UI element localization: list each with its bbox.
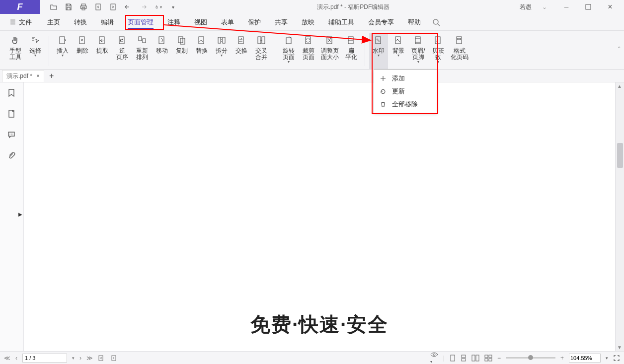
- view-single-icon[interactable]: [450, 355, 456, 362]
- page-prev-icon[interactable]: [94, 3, 102, 11]
- document-tab[interactable]: 演示.pdf * ×: [2, 70, 44, 82]
- chevron-down-icon: ▾: [378, 53, 380, 58]
- extract-button[interactable]: 提取: [93, 33, 112, 69]
- save-icon[interactable]: [65, 3, 73, 11]
- bookmark-icon[interactable]: [7, 88, 17, 98]
- vertical-scrollbar[interactable]: ▲ ▼: [615, 82, 624, 351]
- crop-button[interactable]: 裁剪 页面: [299, 33, 318, 69]
- last-page-button[interactable]: ≫: [86, 355, 93, 362]
- redo-icon[interactable]: [139, 3, 147, 11]
- next-page-button[interactable]: ›: [79, 355, 81, 362]
- sidepanel-expand-icon[interactable]: ▶: [18, 212, 22, 217]
- rearrange-button[interactable]: 重新 排列: [133, 33, 152, 69]
- watermark-button[interactable]: 水印▾: [369, 33, 388, 69]
- status-bar: ≪ ‹ ▾ › ≫ ▾ | − + ▾: [0, 351, 624, 364]
- touch-icon[interactable]: ▾: [154, 3, 162, 11]
- svg-rect-39: [99, 356, 103, 361]
- close-tab-icon[interactable]: ×: [36, 73, 40, 79]
- page-input[interactable]: [22, 354, 67, 363]
- view-facing-continuous-icon[interactable]: [484, 355, 492, 362]
- file-menu[interactable]: ☰ 文件: [4, 18, 38, 27]
- print-icon[interactable]: [79, 3, 87, 11]
- split-button[interactable]: 拆分▾: [212, 33, 231, 69]
- user-name[interactable]: 若愚: [520, 3, 532, 11]
- close-button[interactable]: ×: [601, 1, 619, 13]
- zoom-dropdown-icon[interactable]: ▾: [606, 356, 608, 361]
- page-dropdown-icon[interactable]: ▾: [72, 356, 75, 361]
- view-reading-icon[interactable]: ▾: [430, 352, 438, 364]
- merge-icon: [256, 35, 267, 46]
- insert-button[interactable]: 插入▾: [53, 33, 72, 69]
- add-tab-button[interactable]: +: [44, 72, 59, 80]
- search-icon[interactable]: [432, 18, 441, 27]
- background-icon: [393, 35, 404, 46]
- menu-view[interactable]: 视图: [187, 14, 214, 31]
- menu-page-management[interactable]: 页面管理: [121, 14, 160, 31]
- crop-icon: [303, 35, 314, 46]
- fullscreen-icon[interactable]: [613, 355, 620, 362]
- swap-button[interactable]: 交换: [232, 33, 251, 69]
- document-canvas[interactable]: 免费·快速·安全: [24, 82, 615, 351]
- reverse-button[interactable]: 逆 页序: [113, 33, 132, 69]
- svg-rect-42: [451, 355, 455, 361]
- resize-button[interactable]: 调整页 面大小: [319, 33, 341, 69]
- scroll-up-icon[interactable]: ▲: [617, 83, 622, 89]
- maximize-button[interactable]: [579, 1, 597, 13]
- open-icon[interactable]: [50, 3, 58, 11]
- attachment-icon[interactable]: [7, 151, 17, 161]
- menu-protect[interactable]: 保护: [241, 14, 268, 31]
- delete-button[interactable]: 删除: [73, 33, 92, 69]
- svg-point-6: [433, 19, 438, 24]
- nav-back-icon[interactable]: [98, 355, 105, 362]
- user-dropdown-icon[interactable]: ⌵: [536, 1, 553, 13]
- menu-slideshow[interactable]: 放映: [295, 14, 321, 31]
- move-button[interactable]: 移动: [153, 33, 171, 69]
- svg-rect-45: [472, 355, 475, 361]
- scroll-thumb[interactable]: [617, 143, 623, 168]
- prev-page-button[interactable]: ‹: [15, 355, 17, 362]
- menu-vip[interactable]: 会员专享: [361, 14, 401, 31]
- first-page-button[interactable]: ≪: [4, 355, 10, 362]
- menu-convert[interactable]: 转换: [67, 14, 94, 31]
- hand-tool-button[interactable]: 手型 工具: [6, 33, 25, 69]
- menu-share[interactable]: 共享: [268, 14, 295, 31]
- bates-button[interactable]: #贝茨 数▾: [429, 33, 448, 69]
- ribbon-group-pages: 插入▾ 删除 提取 逆 页序 重新 排列 移动 复制 替换 拆分▾ 交换 交叉 …: [51, 33, 273, 69]
- quick-access-toolbar: ▾ ▾: [40, 3, 187, 11]
- rotate-button[interactable]: 旋转 页面▾: [279, 33, 298, 69]
- format-pagenumber-button[interactable]: 格式 化页码: [449, 33, 470, 69]
- view-facing-icon[interactable]: [471, 355, 479, 362]
- zoom-input[interactable]: [569, 354, 601, 363]
- move-icon: [156, 35, 167, 46]
- view-continuous-icon[interactable]: [461, 355, 467, 362]
- menu-help[interactable]: 帮助: [401, 14, 428, 31]
- zoom-slider[interactable]: [506, 357, 555, 359]
- merge-button[interactable]: 交叉 合并: [252, 33, 271, 69]
- header-footer-button[interactable]: 页眉/ 页脚▾: [409, 33, 428, 69]
- comment-icon[interactable]: [7, 130, 17, 140]
- select-tool-button[interactable]: 选择 ▾: [26, 33, 45, 69]
- menu-comment[interactable]: 注释: [160, 14, 187, 31]
- page-next-icon[interactable]: [109, 3, 117, 11]
- undo-icon[interactable]: [124, 3, 132, 11]
- menu-home[interactable]: 主页: [40, 14, 67, 31]
- background-button[interactable]: 背景▾: [389, 33, 408, 69]
- menu-form[interactable]: 表单: [214, 14, 241, 31]
- dropdown-update[interactable]: 更新: [374, 85, 437, 98]
- select-icon: [30, 35, 41, 46]
- copy-button[interactable]: 复制: [172, 33, 191, 69]
- pages-icon[interactable]: [7, 109, 17, 119]
- minimize-button[interactable]: ─: [557, 1, 575, 13]
- flatten-button[interactable]: 扁 平化: [342, 33, 361, 69]
- dropdown-add[interactable]: 添加: [374, 72, 437, 85]
- dropdown-remove-all[interactable]: 全部移除: [374, 98, 437, 111]
- ribbon-collapse-icon[interactable]: ⌃: [617, 46, 621, 51]
- zoom-out-button[interactable]: −: [497, 355, 501, 362]
- menu-edit[interactable]: 编辑: [94, 14, 121, 31]
- replace-button[interactable]: 替换: [192, 33, 211, 69]
- menu-accessibility[interactable]: 辅助工具: [321, 14, 361, 31]
- zoom-in-button[interactable]: +: [560, 355, 564, 362]
- nav-forward-icon[interactable]: [110, 355, 117, 362]
- scroll-down-icon[interactable]: ▼: [617, 345, 622, 350]
- qat-more-icon[interactable]: ▾: [169, 3, 177, 11]
